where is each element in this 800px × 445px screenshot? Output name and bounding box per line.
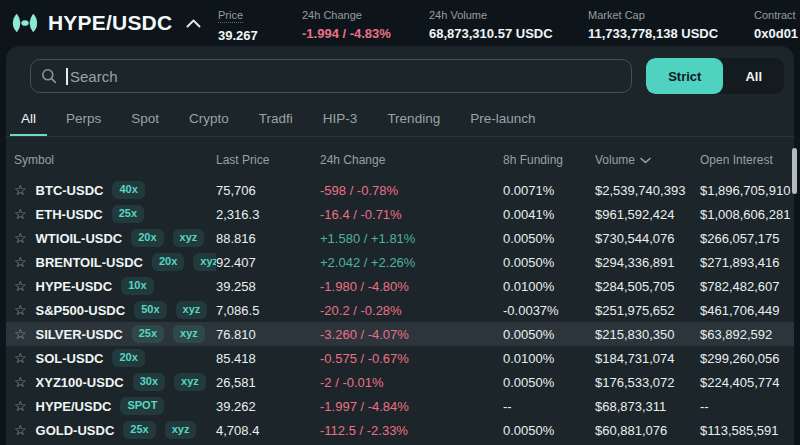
- table-row[interactable]: ☆SOL-USDC20x85.418-0.575 / -0.67%0.0100%…: [6, 346, 794, 370]
- table-row[interactable]: ☆GOLD-USDC25xxyz4,708.4-112.5 / -2.33%0.…: [6, 418, 794, 442]
- symbol-name: GOLD-USDC: [36, 423, 115, 438]
- search-row: Strict All: [6, 46, 794, 94]
- favorite-star-icon[interactable]: ☆: [14, 231, 27, 245]
- funding-cell: 0.0050%: [503, 423, 595, 438]
- stat-label: Market Cap: [588, 9, 645, 21]
- table-row[interactable]: ☆XYZ100-USDC30xxyz26,581-2 / -0.01%0.005…: [6, 370, 794, 394]
- column-header-24h-change[interactable]: 24h Change: [320, 153, 503, 167]
- favorite-star-icon[interactable]: ☆: [14, 255, 27, 269]
- leverage-badge: 25x: [123, 421, 155, 438]
- last-price-cell: 4,708.4: [216, 423, 320, 438]
- symbol-cell: ☆BTC-USDC40x: [14, 181, 216, 198]
- change-cell: -1.997 / -4.84%: [320, 399, 503, 414]
- table-row[interactable]: ☆HYPE-USDC10x39.258-1.980 / -4.80%0.0100…: [6, 274, 794, 298]
- symbol-cell: ☆HYPE-USDC10x: [14, 277, 216, 294]
- table-row[interactable]: ☆BRENTOIL-USDC20xxyz92.407+2.042 / +2.26…: [6, 250, 794, 274]
- favorite-star-icon[interactable]: ☆: [14, 351, 27, 365]
- strict-button[interactable]: Strict: [646, 58, 723, 94]
- leverage-badge: 40x: [112, 181, 144, 198]
- table-row[interactable]: ☆SILVER-USDC25xxyz76.810-3.260 / -4.07%0…: [6, 322, 794, 346]
- symbol-name: WTIOIL-USDC: [36, 231, 123, 246]
- favorite-star-icon[interactable]: ☆: [14, 207, 27, 221]
- symbol-name: S&P500-USDC: [36, 303, 126, 318]
- table-body: ☆BTC-USDC40x75,706-598 / -0.78%0.0071%$2…: [6, 178, 794, 442]
- funding-cell: 0.0050%: [503, 255, 595, 270]
- favorite-star-icon[interactable]: ☆: [14, 327, 27, 341]
- table-row[interactable]: ☆ETH-USDC25x2,316.3-16.4 / -0.71%0.0041%…: [6, 202, 794, 226]
- volume-cell: $730,544,076: [595, 231, 700, 246]
- favorite-star-icon[interactable]: ☆: [14, 183, 27, 197]
- open-interest-cell: $1,896,705,910: [700, 183, 794, 198]
- symbol-name: SOL-USDC: [36, 351, 104, 366]
- symbol-name: BTC-USDC: [36, 183, 104, 198]
- category-tabs: AllPerpsSpotCryptoTradfiHIP-3TrendingPre…: [6, 104, 794, 137]
- last-price-cell: 2,316.3: [216, 207, 320, 222]
- last-price-cell: 88.816: [216, 231, 320, 246]
- symbol-cell: ☆SILVER-USDC25xxyz: [14, 325, 216, 342]
- tab-hip-3[interactable]: HIP-3: [312, 104, 369, 136]
- table-row[interactable]: ☆HYPE/USDCSPOT39.262-1.997 / -4.84%--$68…: [6, 394, 794, 418]
- open-interest-cell: $113,585,591: [700, 423, 794, 438]
- tab-crypto[interactable]: Crypto: [178, 104, 240, 136]
- tab-pre-launch[interactable]: Pre-launch: [459, 104, 546, 136]
- leverage-badge: 25x: [132, 325, 164, 342]
- leverage-badge: 30x: [133, 373, 165, 390]
- column-header-volume[interactable]: Volume: [595, 153, 700, 167]
- search-input[interactable]: [68, 68, 621, 85]
- stat-value: 0x0d01: [754, 26, 798, 41]
- last-price-cell: 39.258: [216, 279, 320, 294]
- favorite-star-icon[interactable]: ☆: [14, 375, 27, 389]
- favorite-star-icon[interactable]: ☆: [14, 399, 27, 413]
- tab-tradfi[interactable]: Tradfi: [248, 104, 304, 136]
- table-row[interactable]: ☆BTC-USDC40x75,706-598 / -0.78%0.0071%$2…: [6, 178, 794, 202]
- tab-all[interactable]: All: [10, 104, 47, 136]
- search-box[interactable]: [30, 59, 632, 93]
- all-button[interactable]: All: [723, 58, 784, 94]
- search-icon: [41, 68, 57, 84]
- last-price-cell: 92.407: [216, 255, 320, 270]
- favorite-star-icon[interactable]: ☆: [14, 423, 27, 437]
- open-interest-cell: $299,260,056: [700, 351, 794, 366]
- open-interest-cell: --: [700, 399, 794, 414]
- symbol-name: HYPE-USDC: [36, 279, 113, 294]
- change-cell: -20.2 / -0.28%: [320, 303, 503, 318]
- funding-cell: 0.0050%: [503, 327, 595, 342]
- funding-cell: 0.0100%: [503, 279, 595, 294]
- symbol-cell: ☆GOLD-USDC25xxyz: [14, 421, 216, 438]
- tab-perps[interactable]: Perps: [55, 104, 112, 136]
- xyz-badge: xyz: [176, 301, 208, 318]
- column-header-symbol[interactable]: Symbol: [14, 153, 216, 167]
- stat-label: 24h Volume: [429, 9, 487, 21]
- stat-label: 24h Change: [302, 9, 362, 21]
- symbol-name: SILVER-USDC: [36, 327, 123, 342]
- stat-market-cap: Market Cap11,733,778,138 USDC: [588, 5, 754, 43]
- tab-spot[interactable]: Spot: [120, 104, 170, 136]
- column-header-open-interest[interactable]: Open Interest: [700, 153, 794, 167]
- pair-name: HYPE/USDC: [48, 11, 172, 35]
- symbol-name: ETH-USDC: [36, 207, 103, 222]
- leverage-badge: 20x: [131, 229, 163, 246]
- last-price-cell: 7,086.5: [216, 303, 320, 318]
- column-header-8h-funding[interactable]: 8h Funding: [503, 153, 595, 167]
- symbol-cell: ☆ETH-USDC25x: [14, 205, 216, 222]
- change-cell: -3.260 / -4.07%: [320, 327, 503, 342]
- stat-value: 39.267: [218, 28, 302, 43]
- favorite-star-icon[interactable]: ☆: [14, 279, 27, 293]
- stat-value: -1.994 / -4.83%: [302, 26, 429, 41]
- change-cell: -1.980 / -4.80%: [320, 279, 503, 294]
- tab-trending[interactable]: Trending: [376, 104, 451, 136]
- last-price-cell: 76.810: [216, 327, 320, 342]
- scrollbar-thumb[interactable]: [792, 148, 797, 194]
- table-row[interactable]: ☆S&P500-USDC50xxyz7,086.5-20.2 / -0.28%-…: [6, 298, 794, 322]
- change-cell: -0.575 / -0.67%: [320, 351, 503, 366]
- table-row[interactable]: ☆WTIOIL-USDC20xxyz88.816+1.580 / +1.81%0…: [6, 226, 794, 250]
- open-interest-cell: $1,008,606,281: [700, 207, 794, 222]
- pair-selector[interactable]: HYPE/USDC: [12, 6, 201, 40]
- xyz-badge: xyz: [173, 229, 205, 246]
- column-header-last-price[interactable]: Last Price: [216, 153, 320, 167]
- leverage-badge: 20x: [112, 349, 144, 366]
- favorite-star-icon[interactable]: ☆: [14, 303, 27, 317]
- xyz-badge: xyz: [173, 325, 205, 342]
- volume-cell: $215,830,350: [595, 327, 700, 342]
- xyz-badge: xyz: [165, 421, 197, 438]
